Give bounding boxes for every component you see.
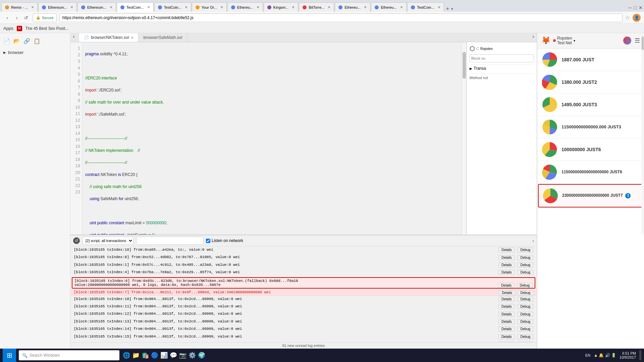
block-number-input[interactable] <box>470 54 534 62</box>
apps-label[interactable]: Apps <box>3 26 13 31</box>
log-entry-13[interactable]: [block:1835165 txIndex:13] from:0x004...… <box>70 318 537 325</box>
token-item-just6-big[interactable]: 115000000000000000000 JUST6 <box>537 161 644 183</box>
sidebar-link-icon[interactable]: 🔗 <box>23 38 30 44</box>
metamask-scrollbar[interactable] <box>641 33 644 234</box>
metamask-scrollbar-thumb[interactable] <box>642 37 644 50</box>
details-button-14[interactable]: Details <box>498 326 515 331</box>
debug-button-15[interactable]: Debug <box>518 334 533 339</box>
tab-eth5[interactable]: Ethereu... ✕ <box>371 2 407 12</box>
log-entry-2[interactable]: [block:1835165 txIndex:1] from:0x57c...4… <box>70 261 537 269</box>
sidebar-new-file-icon[interactable]: 📄 <box>3 38 10 44</box>
editor-scrollbar[interactable] <box>462 42 466 235</box>
bookmark-label[interactable]: The 45 Best Sex Posit... <box>25 26 69 31</box>
network-selector[interactable]: RopstenTest Net ▾ <box>553 36 575 46</box>
log-entry-11[interactable]: [block:1835165 txIndex:11] from:0x004...… <box>70 303 537 310</box>
taskbar-excel-icon[interactable]: 📊 <box>160 352 168 359</box>
code-editor[interactable]: pragma solidity ^0.4.11; //ERC20 interfa… <box>83 42 462 235</box>
details-button-0[interactable]: Details <box>498 247 515 252</box>
log-entry-15[interactable]: [block:1835165 txIndex:15] from:0x004...… <box>70 333 537 341</box>
token-item-just3-big[interactable]: 115000000000000.000 JUST3 <box>537 116 644 138</box>
taskbar-browser-icon[interactable]: 🌍 <box>198 352 205 359</box>
tab-eth3[interactable]: Ethereu... ✕ <box>227 2 263 12</box>
log-entry-1[interactable]: [block:1835165 txIndex:0] from:0xc52...4… <box>70 254 537 261</box>
tab-testcoin3[interactable]: TestCoin... ✕ <box>407 2 444 12</box>
editor-nav-right[interactable]: › <box>530 33 537 40</box>
debug-button-pink[interactable]: Debug <box>518 290 533 295</box>
debug-button-12[interactable]: Debug <box>518 312 533 317</box>
user-avatar-icon[interactable]: 👤 <box>633 14 641 22</box>
editor-tab-safemath[interactable]: browser/SafeMath.sol <box>139 33 187 42</box>
editor-tab-nktoken[interactable]: 📄 browser/NKToken.sol ✕ <box>79 33 139 42</box>
debug-button-2[interactable]: Debug <box>518 262 533 267</box>
refresh-button[interactable]: ↺ <box>73 237 80 244</box>
start-button[interactable]: ⊞ <box>3 349 16 362</box>
taskbar-store-icon[interactable]: 🛍️ <box>142 352 149 359</box>
transactions-section[interactable]: ▶ Transa <box>470 64 534 72</box>
listen-on-network-checkbox[interactable] <box>206 239 210 243</box>
debug-button-13[interactable]: Debug <box>518 319 533 324</box>
token-item-just6-small[interactable]: 100000000 JUST6 <box>537 138 644 161</box>
tab-testcoin2[interactable]: TestCoin... ✕ <box>154 2 191 12</box>
tab-bittorrent[interactable]: BitTorre... ✕ <box>299 2 334 12</box>
taskbar-ie-icon[interactable]: 🌐 <box>123 352 130 359</box>
show-desktop-button[interactable] <box>639 350 641 360</box>
details-button-15[interactable]: Details <box>498 334 515 339</box>
details-button-13[interactable]: Details <box>498 319 515 324</box>
taskbar-settings-icon[interactable]: ⚙️ <box>189 352 196 359</box>
tab-eth4[interactable]: Ethereu... ✕ <box>335 2 370 12</box>
details-button-2[interactable]: Details <box>498 262 515 267</box>
debug-button-3[interactable]: Debug <box>518 270 533 275</box>
bottom-collapse-button[interactable]: › <box>532 238 534 243</box>
metamask-menu-icon[interactable]: ☰ <box>635 37 640 44</box>
debug-button-10[interactable]: Debug <box>518 297 533 302</box>
log-entry-12[interactable]: [block:1835165 txIndex:12] from:0x004...… <box>70 310 537 318</box>
token-item-just[interactable]: 1887.000 JUST <box>537 49 644 71</box>
log-entry-0[interactable]: [block:1835165 txIndex:16] from:0xa05...… <box>70 246 537 254</box>
debug-button-1[interactable]: Debug <box>518 255 533 260</box>
minimize-button[interactable]: ─ <box>629 5 632 10</box>
taskbar-camera-icon[interactable]: 📷 <box>179 352 186 359</box>
taskbar-chrome-icon[interactable]: 🔵 <box>151 352 158 359</box>
sidebar-publish-icon[interactable]: 📋 <box>34 38 40 44</box>
editor-tab-close-nktoken[interactable]: ✕ <box>131 36 133 40</box>
debug-button-highlighted[interactable]: Debug <box>517 283 533 288</box>
close-window-button[interactable]: ✕ <box>639 5 643 10</box>
bookmark-star-icon[interactable]: ☆ <box>625 14 630 21</box>
forward-button[interactable]: › <box>13 14 21 22</box>
sidebar-open-icon[interactable]: 📂 <box>13 38 20 44</box>
log-entry-10[interactable]: [block:1835165 txIndex:10] from:0x004...… <box>70 296 537 303</box>
maximize-button[interactable]: □ <box>634 5 637 10</box>
debug-button-0[interactable]: Debug <box>518 247 533 252</box>
details-button-1[interactable]: Details <box>498 255 515 260</box>
taskbar-search-box[interactable]: 🔍 Search Windows <box>19 350 119 360</box>
debug-button-11[interactable]: Debug <box>518 304 533 309</box>
editor-scrollbar-thumb[interactable] <box>463 52 466 79</box>
details-button-highlighted[interactable]: Details <box>498 283 515 288</box>
tab-kingsm[interactable]: Kingsm... ✕ <box>264 2 299 12</box>
tab-menu-button[interactable]: ▾ <box>451 7 453 11</box>
token-item-just2[interactable]: 1380.000 JUST2 <box>537 71 644 94</box>
details-button-pink[interactable]: Details <box>499 290 515 295</box>
debug-button-14[interactable]: Debug <box>518 326 533 331</box>
details-button-3[interactable]: Details <box>498 270 515 275</box>
back-button[interactable]: ‹ <box>3 14 11 22</box>
editor-nav-left[interactable]: ‹ <box>70 33 77 40</box>
details-button-10[interactable]: Details <box>498 297 515 302</box>
tab-testcoin1[interactable]: TestCoin... ✕ <box>117 2 154 12</box>
tab-amazon[interactable]: Your Or... ✕ <box>192 2 227 12</box>
log-entry-14[interactable]: [block:1835165 txIndex:14] from:0x004...… <box>70 325 537 333</box>
log-entry-highlighted[interactable]: [block:1835165 txIndex:6] from:0x65c...6… <box>72 277 535 289</box>
log-entry-pink[interactable]: [block:1835165 txIndex:7] from:0x1ca...0… <box>70 289 537 296</box>
details-button-12[interactable]: Details <box>498 312 515 317</box>
tab-remix[interactable]: Remix - ... ✕ <box>1 2 38 12</box>
address-input[interactable] <box>59 13 623 22</box>
tab-eth2[interactable]: Ethereum... ✕ <box>77 2 116 12</box>
token-item-just3-1495[interactable]: 1495.000 JUST3 <box>537 94 644 116</box>
sidebar-item-browser[interactable]: ▶ browser <box>3 49 67 56</box>
tab-eth1[interactable]: Ethereum... ✕ <box>38 2 77 12</box>
metamask-account-icon[interactable] <box>623 37 631 45</box>
details-button-11[interactable]: Details <box>498 304 515 309</box>
network-dropdown-icon[interactable]: ▾ <box>574 39 575 43</box>
taskbar-file-explorer-icon[interactable]: 📁 <box>132 352 140 359</box>
token-item-just7[interactable]: 230000000000000000000 JUST7 3 <box>538 184 643 207</box>
